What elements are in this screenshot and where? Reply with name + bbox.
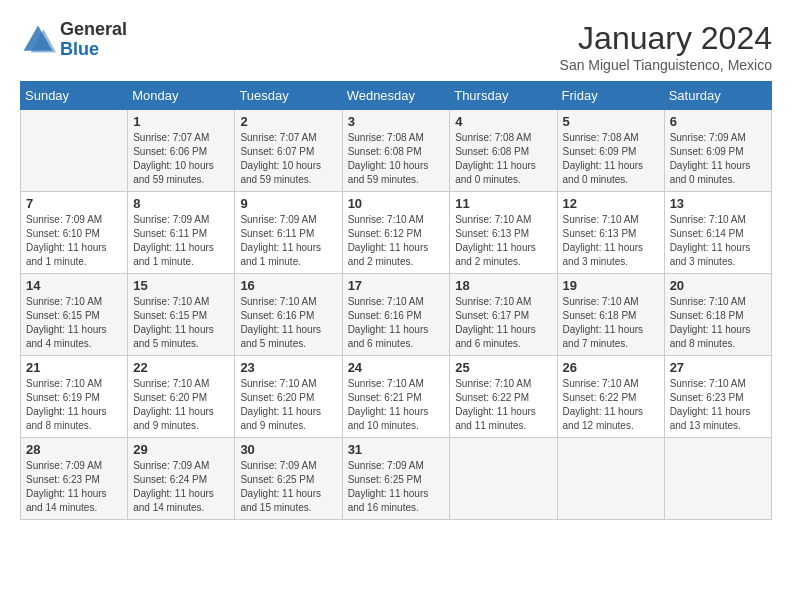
days-header-row: SundayMondayTuesdayWednesdayThursdayFrid… bbox=[21, 82, 772, 110]
calendar-cell: 18Sunrise: 7:10 AMSunset: 6:17 PMDayligh… bbox=[450, 274, 557, 356]
day-number: 22 bbox=[133, 360, 229, 375]
day-number: 16 bbox=[240, 278, 336, 293]
month-title: January 2024 bbox=[560, 20, 772, 57]
day-number: 31 bbox=[348, 442, 445, 457]
calendar-cell: 27Sunrise: 7:10 AMSunset: 6:23 PMDayligh… bbox=[664, 356, 771, 438]
day-number: 18 bbox=[455, 278, 551, 293]
day-info: Sunrise: 7:10 AMSunset: 6:22 PMDaylight:… bbox=[563, 377, 659, 433]
day-info: Sunrise: 7:10 AMSunset: 6:20 PMDaylight:… bbox=[240, 377, 336, 433]
calendar-cell: 7Sunrise: 7:09 AMSunset: 6:10 PMDaylight… bbox=[21, 192, 128, 274]
day-info: Sunrise: 7:09 AMSunset: 6:25 PMDaylight:… bbox=[348, 459, 445, 515]
day-header-monday: Monday bbox=[128, 82, 235, 110]
day-info: Sunrise: 7:10 AMSunset: 6:20 PMDaylight:… bbox=[133, 377, 229, 433]
calendar-cell: 20Sunrise: 7:10 AMSunset: 6:18 PMDayligh… bbox=[664, 274, 771, 356]
day-info: Sunrise: 7:10 AMSunset: 6:15 PMDaylight:… bbox=[133, 295, 229, 351]
day-info: Sunrise: 7:10 AMSunset: 6:13 PMDaylight:… bbox=[563, 213, 659, 269]
day-header-friday: Friday bbox=[557, 82, 664, 110]
day-number: 27 bbox=[670, 360, 766, 375]
day-number: 30 bbox=[240, 442, 336, 457]
calendar-cell: 31Sunrise: 7:09 AMSunset: 6:25 PMDayligh… bbox=[342, 438, 450, 520]
calendar-cell: 5Sunrise: 7:08 AMSunset: 6:09 PMDaylight… bbox=[557, 110, 664, 192]
day-info: Sunrise: 7:09 AMSunset: 6:09 PMDaylight:… bbox=[670, 131, 766, 187]
day-number: 17 bbox=[348, 278, 445, 293]
day-info: Sunrise: 7:10 AMSunset: 6:18 PMDaylight:… bbox=[563, 295, 659, 351]
calendar-cell: 11Sunrise: 7:10 AMSunset: 6:13 PMDayligh… bbox=[450, 192, 557, 274]
calendar-week-3: 14Sunrise: 7:10 AMSunset: 6:15 PMDayligh… bbox=[21, 274, 772, 356]
calendar-cell bbox=[664, 438, 771, 520]
calendar-cell: 13Sunrise: 7:10 AMSunset: 6:14 PMDayligh… bbox=[664, 192, 771, 274]
day-info: Sunrise: 7:10 AMSunset: 6:17 PMDaylight:… bbox=[455, 295, 551, 351]
day-info: Sunrise: 7:07 AMSunset: 6:07 PMDaylight:… bbox=[240, 131, 336, 187]
logo-general: General bbox=[60, 19, 127, 39]
page-header: General Blue January 2024 San Miguel Tia… bbox=[20, 20, 772, 73]
day-info: Sunrise: 7:10 AMSunset: 6:14 PMDaylight:… bbox=[670, 213, 766, 269]
calendar-table: SundayMondayTuesdayWednesdayThursdayFrid… bbox=[20, 81, 772, 520]
calendar-cell: 24Sunrise: 7:10 AMSunset: 6:21 PMDayligh… bbox=[342, 356, 450, 438]
calendar-cell: 3Sunrise: 7:08 AMSunset: 6:08 PMDaylight… bbox=[342, 110, 450, 192]
day-number: 14 bbox=[26, 278, 122, 293]
day-number: 10 bbox=[348, 196, 445, 211]
day-number: 26 bbox=[563, 360, 659, 375]
day-number: 2 bbox=[240, 114, 336, 129]
day-info: Sunrise: 7:10 AMSunset: 6:16 PMDaylight:… bbox=[348, 295, 445, 351]
calendar-cell: 29Sunrise: 7:09 AMSunset: 6:24 PMDayligh… bbox=[128, 438, 235, 520]
calendar-week-1: 1Sunrise: 7:07 AMSunset: 6:06 PMDaylight… bbox=[21, 110, 772, 192]
calendar-cell: 6Sunrise: 7:09 AMSunset: 6:09 PMDaylight… bbox=[664, 110, 771, 192]
logo-text: General Blue bbox=[60, 20, 127, 60]
calendar-week-5: 28Sunrise: 7:09 AMSunset: 6:23 PMDayligh… bbox=[21, 438, 772, 520]
logo-icon bbox=[20, 22, 56, 58]
calendar-cell bbox=[21, 110, 128, 192]
day-info: Sunrise: 7:09 AMSunset: 6:24 PMDaylight:… bbox=[133, 459, 229, 515]
calendar-cell: 2Sunrise: 7:07 AMSunset: 6:07 PMDaylight… bbox=[235, 110, 342, 192]
calendar-cell: 15Sunrise: 7:10 AMSunset: 6:15 PMDayligh… bbox=[128, 274, 235, 356]
calendar-cell: 8Sunrise: 7:09 AMSunset: 6:11 PMDaylight… bbox=[128, 192, 235, 274]
day-info: Sunrise: 7:09 AMSunset: 6:11 PMDaylight:… bbox=[133, 213, 229, 269]
calendar-cell: 17Sunrise: 7:10 AMSunset: 6:16 PMDayligh… bbox=[342, 274, 450, 356]
day-info: Sunrise: 7:07 AMSunset: 6:06 PMDaylight:… bbox=[133, 131, 229, 187]
calendar-cell: 21Sunrise: 7:10 AMSunset: 6:19 PMDayligh… bbox=[21, 356, 128, 438]
day-info: Sunrise: 7:10 AMSunset: 6:21 PMDaylight:… bbox=[348, 377, 445, 433]
day-header-wednesday: Wednesday bbox=[342, 82, 450, 110]
calendar-cell: 26Sunrise: 7:10 AMSunset: 6:22 PMDayligh… bbox=[557, 356, 664, 438]
logo-blue: Blue bbox=[60, 39, 99, 59]
day-number: 9 bbox=[240, 196, 336, 211]
day-info: Sunrise: 7:10 AMSunset: 6:15 PMDaylight:… bbox=[26, 295, 122, 351]
title-section: January 2024 San Miguel Tianguistenco, M… bbox=[560, 20, 772, 73]
day-info: Sunrise: 7:10 AMSunset: 6:19 PMDaylight:… bbox=[26, 377, 122, 433]
day-number: 19 bbox=[563, 278, 659, 293]
day-number: 4 bbox=[455, 114, 551, 129]
day-number: 21 bbox=[26, 360, 122, 375]
day-info: Sunrise: 7:10 AMSunset: 6:12 PMDaylight:… bbox=[348, 213, 445, 269]
calendar-cell: 10Sunrise: 7:10 AMSunset: 6:12 PMDayligh… bbox=[342, 192, 450, 274]
location: San Miguel Tianguistenco, Mexico bbox=[560, 57, 772, 73]
calendar-cell: 12Sunrise: 7:10 AMSunset: 6:13 PMDayligh… bbox=[557, 192, 664, 274]
calendar-body: 1Sunrise: 7:07 AMSunset: 6:06 PMDaylight… bbox=[21, 110, 772, 520]
day-info: Sunrise: 7:08 AMSunset: 6:08 PMDaylight:… bbox=[348, 131, 445, 187]
calendar-week-4: 21Sunrise: 7:10 AMSunset: 6:19 PMDayligh… bbox=[21, 356, 772, 438]
day-number: 20 bbox=[670, 278, 766, 293]
day-header-saturday: Saturday bbox=[664, 82, 771, 110]
logo: General Blue bbox=[20, 20, 127, 60]
day-number: 6 bbox=[670, 114, 766, 129]
calendar-cell: 22Sunrise: 7:10 AMSunset: 6:20 PMDayligh… bbox=[128, 356, 235, 438]
calendar-cell: 19Sunrise: 7:10 AMSunset: 6:18 PMDayligh… bbox=[557, 274, 664, 356]
day-info: Sunrise: 7:09 AMSunset: 6:23 PMDaylight:… bbox=[26, 459, 122, 515]
day-info: Sunrise: 7:10 AMSunset: 6:22 PMDaylight:… bbox=[455, 377, 551, 433]
day-number: 15 bbox=[133, 278, 229, 293]
day-number: 25 bbox=[455, 360, 551, 375]
day-number: 8 bbox=[133, 196, 229, 211]
calendar-cell: 25Sunrise: 7:10 AMSunset: 6:22 PMDayligh… bbox=[450, 356, 557, 438]
day-info: Sunrise: 7:09 AMSunset: 6:11 PMDaylight:… bbox=[240, 213, 336, 269]
day-number: 23 bbox=[240, 360, 336, 375]
day-number: 12 bbox=[563, 196, 659, 211]
day-number: 29 bbox=[133, 442, 229, 457]
day-header-thursday: Thursday bbox=[450, 82, 557, 110]
day-info: Sunrise: 7:10 AMSunset: 6:23 PMDaylight:… bbox=[670, 377, 766, 433]
day-number: 28 bbox=[26, 442, 122, 457]
day-info: Sunrise: 7:10 AMSunset: 6:18 PMDaylight:… bbox=[670, 295, 766, 351]
day-number: 13 bbox=[670, 196, 766, 211]
calendar-cell: 30Sunrise: 7:09 AMSunset: 6:25 PMDayligh… bbox=[235, 438, 342, 520]
calendar-cell: 4Sunrise: 7:08 AMSunset: 6:08 PMDaylight… bbox=[450, 110, 557, 192]
calendar-cell: 9Sunrise: 7:09 AMSunset: 6:11 PMDaylight… bbox=[235, 192, 342, 274]
day-number: 1 bbox=[133, 114, 229, 129]
